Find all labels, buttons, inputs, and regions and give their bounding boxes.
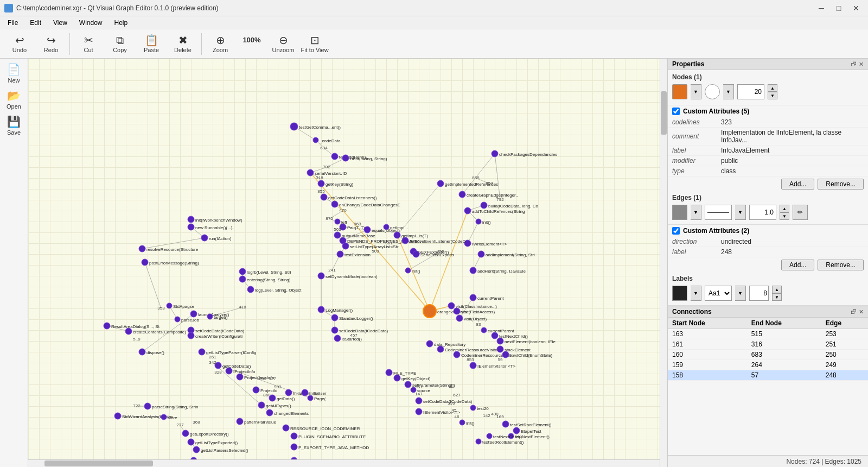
graph-node[interactable]: 854 xyxy=(486,181,493,186)
graph-node[interactable]: 5..9 xyxy=(133,337,141,342)
node-size-up[interactable]: ▲ xyxy=(768,84,777,92)
minimize-button[interactable]: ─ xyxy=(814,3,829,14)
graph-node[interactable]: left xyxy=(335,219,347,225)
graph-node[interactable]: visit(FieldAccess) xyxy=(454,308,495,314)
graph-node[interactable]: 853 xyxy=(467,357,474,362)
graph-node[interactable]: patternPairValue xyxy=(237,418,277,425)
menu-file[interactable]: File xyxy=(2,18,23,28)
graph-node[interactable]: IElementVisitor<T> xyxy=(416,408,460,415)
graph-node[interactable]: 1099 xyxy=(257,376,266,381)
graph-node[interactable]: 509 xyxy=(372,249,379,254)
graph-node[interactable]: 342 xyxy=(209,360,216,365)
graph-node[interactable]: 792 xyxy=(496,197,504,202)
graph-node[interactable]: 470 xyxy=(339,208,347,213)
graph-node[interactable]: 927 xyxy=(269,376,276,381)
graph-node[interactable]: getExportDirectory() xyxy=(182,430,229,437)
graph-node[interactable]: changedElements xyxy=(266,409,309,416)
graph-node[interactable]: GEXFExporter() xyxy=(410,248,449,255)
edge-add-button[interactable]: Add... xyxy=(781,260,814,270)
properties-restore-button[interactable]: 🗗 xyxy=(851,61,857,68)
graph-node[interactable]: ResultAreaDialog(S..., St xyxy=(104,323,160,329)
graph-node[interactable]: P_EXPORT_TYPE_JAVA_METHOD xyxy=(291,444,369,450)
connections-table-container[interactable]: Start Node End Node Edge 163515253161316… xyxy=(668,318,868,455)
graph-node[interactable]: _codeData xyxy=(313,137,341,143)
graph-node[interactable]: testSetRootElement() xyxy=(476,439,524,445)
graph-node[interactable]: CodeminerRessourceVisitor xyxy=(437,346,499,352)
graph-node[interactable]: 855 xyxy=(472,175,480,180)
connection-row[interactable]: 15857248 xyxy=(668,370,868,381)
connection-row[interactable]: 161316251 xyxy=(668,339,868,350)
graph-node[interactable]: checkPackagesDependancies xyxy=(492,150,557,157)
graph-node[interactable]: parseString(String, Strin xyxy=(144,403,198,409)
font-size-down[interactable]: ▼ xyxy=(772,293,782,301)
graph-node[interactable]: getImplementedReferences xyxy=(437,180,498,187)
delete-button[interactable]: ✖ Delete xyxy=(168,31,198,56)
edge-style-dropdown[interactable]: ▼ xyxy=(735,205,746,220)
graph-node[interactable]: entering(String, String) xyxy=(239,276,291,282)
graph-node[interactable]: source xyxy=(411,387,431,393)
edge-size-down[interactable]: ▼ xyxy=(780,212,789,220)
graph-node[interactable]: getKey(String) xyxy=(318,180,353,187)
graph-node[interactable]: 353 xyxy=(157,306,165,311)
graph-node[interactable]: onChange(CodeDataChangesE xyxy=(331,201,400,207)
graph-node[interactable]: build(ICodeData, long, Co xyxy=(481,202,539,209)
graph-node[interactable]: testNextElement() xyxy=(508,433,550,439)
graph-node[interactable]: StdApagse xyxy=(167,303,195,309)
font-select[interactable]: Aa1 xyxy=(705,286,732,301)
edge-size-up[interactable]: ▲ xyxy=(780,205,789,212)
graph-node[interactable]: run(IAction) xyxy=(201,235,232,241)
graph-node[interactable]: getKey(Object) xyxy=(394,375,431,381)
graph-node[interactable]: 45 xyxy=(452,408,457,413)
scroll-thumb-vertical[interactable] xyxy=(661,91,667,135)
graph-node[interactable]: SerializedExports xyxy=(413,251,454,257)
graph-node[interactable]: getListParsersSelected() xyxy=(193,446,248,453)
graph-node[interactable]: init() xyxy=(405,268,420,274)
graph-node[interactable]: StdWizardAnalysis(IProjec xyxy=(114,413,173,419)
graph-node[interactable]: EtapeITest xyxy=(513,427,542,434)
graph-node[interactable]: currentParent xyxy=(481,327,514,333)
graph-node[interactable]: equals(Object) xyxy=(364,226,400,233)
graph-node[interactable]: outputNameBase xyxy=(334,232,375,238)
edge-color-swatch[interactable] xyxy=(672,205,687,220)
graph-node[interactable]: serialVersionUID xyxy=(307,169,347,176)
graph-node[interactable]: 169 xyxy=(496,414,504,419)
graph-node[interactable]: ProjectId xyxy=(253,387,278,393)
graph-node[interactable]: init() xyxy=(476,219,491,225)
connections-restore-button[interactable]: 🗗 xyxy=(851,308,857,315)
graph-node[interactable]: 46 xyxy=(455,414,459,419)
graph-node[interactable]: 963 xyxy=(354,222,361,226)
node-size-input[interactable]: 20 xyxy=(737,84,764,99)
graph-node[interactable]: 870 xyxy=(326,216,333,221)
connection-row[interactable]: 163515253 xyxy=(668,329,868,339)
graph-node[interactable]: getImpl...is(T) xyxy=(394,232,428,238)
graph-node[interactable]: FILE_TYPE xyxy=(386,369,416,376)
graph-node[interactable]: 627 xyxy=(453,393,461,397)
graph-node[interactable]: createContents(Composite) xyxy=(125,328,186,335)
label-color-dropdown[interactable]: ▼ xyxy=(691,286,701,301)
graph-node[interactable]: 59 xyxy=(498,357,503,362)
graph-node[interactable]: visit(Object) xyxy=(456,315,487,321)
graph-node[interactable]: isStarted() xyxy=(334,335,362,342)
graph-node[interactable]: 418 xyxy=(239,305,246,310)
close-button[interactable]: ✕ xyxy=(848,3,864,14)
node-color-swatch[interactable] xyxy=(672,84,687,99)
graph-node[interactable]: setCodeData(ICodeData) xyxy=(416,397,473,404)
menu-window[interactable]: Window xyxy=(74,18,108,28)
node-custom-attrs-checkbox[interactable] xyxy=(672,108,680,115)
graph-node[interactable]: IProjectInfo xyxy=(226,368,256,374)
edge-edit-button[interactable]: ✏ xyxy=(793,205,808,220)
edge-style-swatch[interactable] xyxy=(705,205,732,220)
graph-node[interactable]: addHerit(String, IJavaEle xyxy=(470,267,526,274)
font-size-input[interactable] xyxy=(749,286,769,301)
graph-node[interactable]: 399 xyxy=(448,401,455,406)
graph-node[interactable]: 868 xyxy=(263,393,271,397)
graph-node[interactable]: stackElement xyxy=(497,346,531,352)
graph-node[interactable]: setParameter(String[]) xyxy=(405,381,455,388)
graph-node[interactable]: setDynamicMode(boolean) xyxy=(318,273,378,279)
horizontal-scrollbar[interactable] xyxy=(28,459,660,467)
graph-node[interactable]: testAddHerit() xyxy=(331,153,366,160)
graph-node[interactable]: addToChildRefences(String xyxy=(464,207,525,214)
properties-close-button[interactable]: ✕ xyxy=(859,61,864,68)
connection-row[interactable]: 159264249 xyxy=(668,360,868,370)
connection-row[interactable]: 160683250 xyxy=(668,350,868,360)
